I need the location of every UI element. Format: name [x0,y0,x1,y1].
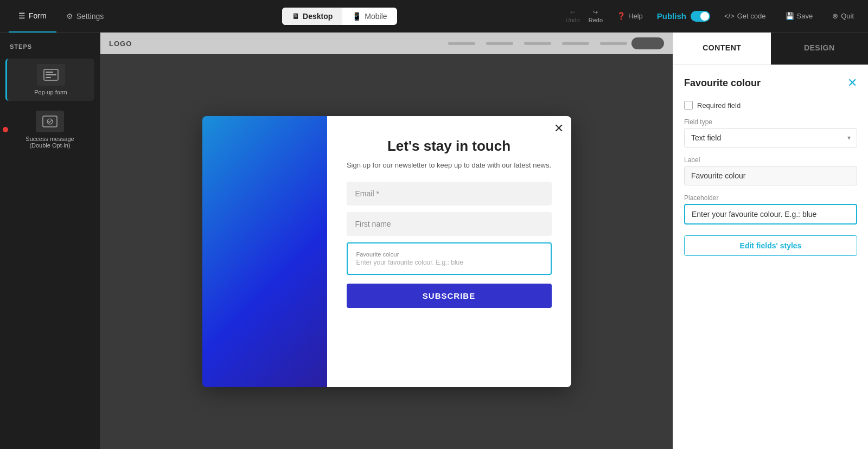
help-icon: ❓ [617,12,626,20]
publish-toggle[interactable] [691,11,710,22]
field-header: Favourite colour ✕ [684,76,857,90]
panel-field-title: Favourite colour [684,78,761,89]
placeholder-section: Placeholder [684,194,857,224]
quit-icon: ⊗ [832,12,838,20]
sidebar-title: STEPS [5,43,94,54]
modal-overlay: ✕ Let's stay in touch Sign up for our ne… [202,116,571,387]
modal-right-panel: ✕ Let's stay in touch Sign up for our ne… [327,116,571,387]
placeholder-input[interactable] [684,204,857,224]
quit-button[interactable]: ⊗ Quit [827,9,859,23]
field-type-select-wrapper: Text field ▾ [684,128,857,147]
form-tab[interactable]: ☰ Form [9,0,56,33]
colour-field[interactable]: Favourite colour Enter your favourite co… [347,242,552,275]
topbar: ☰ Form ⚙ Settings 🖥 Desktop 📱 Mobile ↩ U… [0,0,868,33]
label-section-header: Label [684,156,857,164]
code-icon: </> [724,12,735,20]
settings-tab-label: Settings [76,12,104,21]
subscribe-button[interactable]: SUBSCRIBE [347,284,552,308]
modal-form: Email * First name Favourite colour Ente… [347,182,552,308]
svg-rect-3 [46,77,51,78]
field-type-label: Field type [684,118,857,126]
save-icon: 💾 [786,12,794,20]
desktop-view-btn[interactable]: 🖥 Desktop [282,8,342,25]
browser-logo: LOGO [109,40,132,48]
desktop-label: Desktop [303,12,333,21]
topbar-actions: ↩ Undo ↪ Redo ❓ Help Publish </> Get cod… [565,9,859,23]
design-tab[interactable]: DESIGN [771,33,869,65]
help-button[interactable]: ❓ Help [611,9,648,23]
required-field-row: Required field [684,101,857,110]
get-code-button[interactable]: </> Get code [719,9,771,23]
svg-rect-4 [43,116,57,127]
view-toggle: 🖥 Desktop 📱 Mobile [282,8,397,25]
required-field-label: Required field [697,101,741,110]
canvas-content: ✕ Let's stay in touch Sign up for our ne… [100,54,673,449]
form-tab-label: Form [29,11,47,20]
field-type-select[interactable]: Text field [684,128,857,147]
mobile-view-btn[interactable]: 📱 Mobile [342,8,397,25]
help-label: Help [628,12,643,20]
nav-item-1 [448,42,475,45]
modal-subtitle: Sign up for our newsletter to keep up to… [347,160,551,171]
undo-label: Undo [565,17,579,23]
panel-tabs: CONTENT DESIGN [673,33,868,65]
colour-field-label: Favourite colour [356,251,542,258]
required-checkbox[interactable] [684,101,693,110]
right-panel: CONTENT DESIGN Favourite colour ✕ Requir… [673,33,868,449]
panel-body: Favourite colour ✕ Required field Field … [673,65,868,267]
email-field[interactable]: Email * [347,182,552,206]
label-input[interactable] [684,166,857,185]
field-type-section: Field type Text field ▾ [684,118,857,147]
colour-field-group: Favourite colour Enter your favourite co… [347,242,552,275]
svg-rect-1 [46,72,53,73]
sidebar-success-label: Success message(Double Opt-in) [25,136,74,149]
undo-button[interactable]: ↩ Undo [565,9,579,23]
success-message-icon [36,111,64,132]
sidebar-popup-label: Pop-up form [34,89,67,95]
settings-tab[interactable]: ⚙ Settings [56,0,114,33]
save-button[interactable]: 💾 Save [780,9,819,23]
nav-item-4 [562,42,589,45]
save-label: Save [797,12,813,20]
content-tab[interactable]: CONTENT [673,33,771,65]
sidebar: STEPS Pop-up form Success [0,33,100,449]
colour-field-inner: Enter your favourite colour. E.g.: blue [356,259,542,266]
sidebar-item-success-message[interactable]: Success message(Double Opt-in) [5,105,94,154]
browser-bar: LOGO [100,33,673,54]
main-layout: STEPS Pop-up form Success [0,33,868,449]
publish-area: Publish [657,11,710,22]
redo-button[interactable]: ↪ Redo [589,9,603,23]
settings-tab-icon: ⚙ [66,12,73,21]
firstname-field[interactable]: First name [347,212,552,236]
modal-title: Let's stay in touch [387,138,510,155]
popup-form-icon [37,64,65,86]
svg-rect-2 [46,74,56,75]
redo-label: Redo [589,17,603,23]
sidebar-item-popup-form[interactable]: Pop-up form [5,59,94,101]
browser-cta [631,37,664,49]
modal-left-panel [202,116,327,387]
mobile-icon: 📱 [352,12,361,21]
view-toggle-area: 🖥 Desktop 📱 Mobile [118,8,561,25]
desktop-icon: 🖥 [292,12,299,21]
redo-icon: ↪ [593,9,598,16]
browser-nav [448,42,627,45]
get-code-label: Get code [737,12,766,20]
label-section: Label [684,156,857,185]
form-tab-icon: ☰ [18,11,25,20]
edit-styles-button[interactable]: Edit fields' styles [684,235,857,256]
canvas-area: LOGO ✕ Let's stay in touch Sign up for o… [100,33,673,449]
undo-icon: ↩ [570,9,575,16]
panel-close-button[interactable]: ✕ [847,76,857,90]
nav-item-5 [600,42,627,45]
modal-close-button[interactable]: ✕ [554,123,564,134]
topbar-tabs: ☰ Form ⚙ Settings [9,0,113,33]
publish-label: Publish [657,11,686,21]
placeholder-section-header: Placeholder [684,194,857,202]
nav-item-3 [524,42,551,45]
nav-item-2 [486,42,513,45]
quit-label: Quit [841,12,854,20]
sidebar-dot [3,127,8,132]
mobile-label: Mobile [365,12,387,21]
